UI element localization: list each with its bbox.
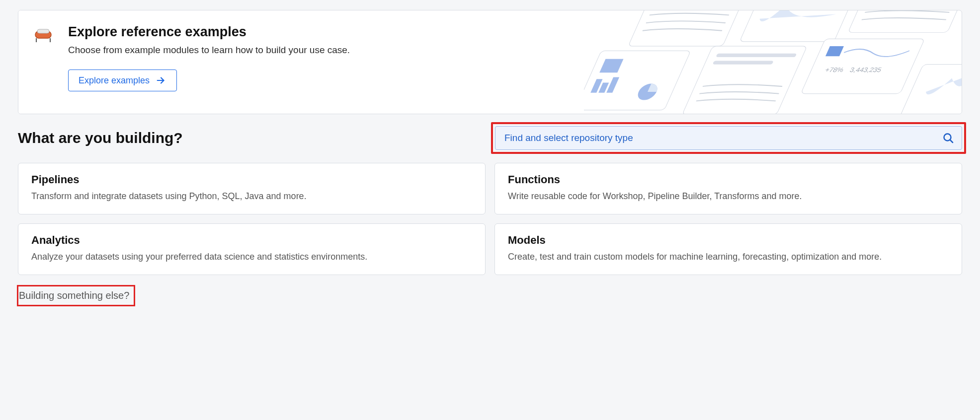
card-title: Pipelines: [31, 173, 472, 186]
card-desc: Transform and integrate datasets using P…: [31, 190, 472, 203]
banner-title: Explore reference examples: [68, 24, 350, 40]
reference-examples-banner: Explore reference examples Choose from e…: [18, 10, 962, 114]
card-pipelines[interactable]: Pipelines Transform and integrate datase…: [18, 163, 486, 214]
svg-text:+78%: +78%: [824, 66, 845, 73]
search-input[interactable]: [495, 126, 962, 150]
repository-type-cards: Pipelines Transform and integrate datase…: [18, 163, 962, 275]
svg-rect-1: [37, 29, 49, 33]
card-functions[interactable]: Functions Write reusable code for Worksh…: [494, 163, 962, 214]
card-title: Analytics: [31, 234, 472, 247]
isometric-cards-illustration: +78% 3,443,235: [584, 10, 962, 114]
svg-rect-15: [739, 10, 856, 42]
banner-subtitle: Choose from example modules to learn how…: [68, 45, 350, 56]
explore-examples-button[interactable]: Explore examples: [68, 70, 177, 91]
page-heading: What are you building?: [18, 130, 485, 146]
repository-type-search[interactable]: [495, 126, 962, 150]
card-desc: Create, test and train custom models for…: [508, 251, 949, 263]
card-analytics[interactable]: Analytics Analyze your datasets using yo…: [18, 223, 486, 275]
svg-rect-21: [848, 10, 962, 32]
footer-link-label: Building something else?: [19, 290, 129, 301]
svg-text:3,443,235: 3,443,235: [849, 66, 883, 73]
search-icon: [942, 132, 954, 144]
card-desc: Analyze your datasets using your preferr…: [31, 251, 472, 263]
svg-rect-13: [716, 54, 797, 57]
explore-examples-label: Explore examples: [79, 75, 150, 86]
mouse-template-icon: [32, 26, 54, 48]
card-title: Models: [508, 234, 949, 247]
card-title: Functions: [508, 173, 949, 186]
building-else-link[interactable]: Building something else?: [18, 286, 134, 305]
card-models[interactable]: Models Create, test and train custom mod…: [494, 223, 962, 275]
heading-row: What are you building?: [18, 126, 962, 150]
svg-line-25: [950, 140, 953, 142]
svg-rect-14: [713, 61, 774, 64]
card-desc: Write reusable code for Workshop, Pipeli…: [508, 190, 949, 203]
arrow-right-icon: [156, 75, 166, 86]
